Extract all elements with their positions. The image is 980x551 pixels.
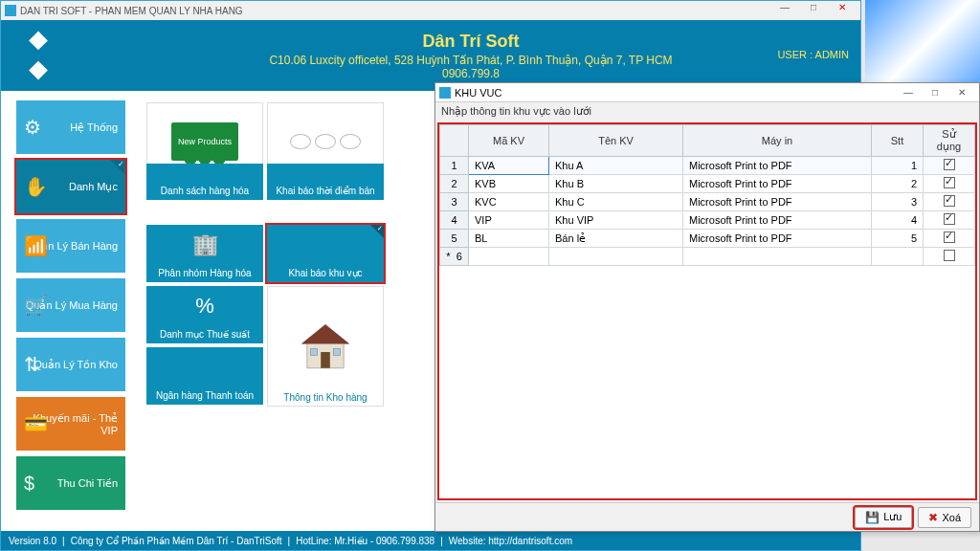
table-row[interactable]: 4VIPKhu VIPMicrosoft Print to PDF4: [440, 211, 975, 230]
cell-may-in[interactable]: Microsoft Print to PDF: [683, 230, 872, 248]
checkbox-icon[interactable]: [944, 159, 955, 170]
svg-marker-1: [301, 324, 349, 343]
col-ma-kv[interactable]: Mã KV: [469, 125, 549, 157]
table-row[interactable]: 5BLBán lẻMicrosoft Print to PDF5: [440, 230, 975, 248]
tile-phan-nhom-hang-hoa[interactable]: 🏢 Phân nhóm Hàng hóa: [146, 225, 263, 282]
col-su-dung[interactable]: Sử dụng: [924, 125, 975, 157]
tile-danh-sach-hang-hoa[interactable]: Danh sách hàng hóa: [146, 164, 263, 200]
cell-stt[interactable]: 2: [872, 175, 924, 193]
checkbox-icon[interactable]: [944, 177, 955, 188]
cell-su-dung[interactable]: [924, 211, 975, 230]
nav-ban-hang[interactable]: 📶 Quản Lý Bán Hàng: [16, 219, 125, 273]
app-title: Dân Trí Soft: [91, 32, 851, 52]
data-grid[interactable]: Mã KV Tên KV Máy in Stt Sử dụng 1KVAKhu …: [437, 122, 977, 500]
minimize-button[interactable]: —: [770, 2, 799, 19]
maximize-button[interactable]: □: [799, 2, 828, 19]
desktop-background: [865, 0, 980, 96]
building-icon: 🏢: [146, 232, 263, 257]
nav-ton-kho[interactable]: ⇅ Quản Lý Tồn Kho: [16, 338, 125, 391]
cell-ma-kv[interactable]: KVC: [469, 193, 549, 211]
modal-titlebar[interactable]: KHU VUC — □ ✕: [435, 83, 979, 102]
delete-button[interactable]: ✖ Xoá: [918, 507, 971, 528]
nav-label: Hệ Thống: [70, 121, 118, 134]
cell-stt[interactable]: [872, 248, 924, 266]
cell-ma-kv[interactable]: KVB: [469, 175, 549, 193]
nav-danh-muc[interactable]: ✋ Danh Mục: [16, 160, 125, 213]
modal-minimize[interactable]: —: [895, 87, 922, 98]
user-label: USER : ADMIN: [777, 49, 849, 60]
checkbox-icon[interactable]: [944, 213, 955, 225]
save-icon: 💾: [865, 511, 880, 524]
svg-rect-2: [321, 352, 330, 368]
footer-website: Website: http://dantrisoft.com: [449, 536, 572, 546]
checkbox-icon[interactable]: [944, 250, 955, 261]
nav-he-thong[interactable]: ⚙ Hệ Thống: [16, 100, 125, 154]
close-button[interactable]: ✕: [828, 2, 857, 19]
cell-su-dung[interactable]: [924, 248, 975, 266]
footer-hotline: HotLine: Mr.Hiếu - 0906.799.838: [296, 536, 434, 546]
main-titlebar[interactable]: DAN TRI SOFT - PHAN MEM QUAN LY NHA HANG…: [1, 1, 860, 20]
grid-blank-area[interactable]: [439, 266, 975, 498]
cell-stt[interactable]: 1: [872, 157, 924, 175]
gears-icon: ⚙: [24, 116, 41, 139]
app-icon: [5, 5, 16, 16]
cell-may-in[interactable]: [683, 248, 872, 266]
cell-ma-kv[interactable]: BL: [469, 230, 549, 248]
cell-su-dung[interactable]: [924, 193, 975, 211]
delete-label: Xoá: [942, 512, 961, 523]
checkbox-icon[interactable]: [944, 231, 955, 243]
table-row[interactable]: 3KVCKhu CMicrosoft Print to PDF3: [440, 193, 975, 211]
tile-label: Phân nhóm Hàng hóa: [158, 268, 251, 278]
tile-label: Khai báo khu vực: [288, 268, 362, 278]
cell-ten-kv[interactable]: Khu C: [549, 193, 683, 211]
cell-ma-kv[interactable]: KVA: [469, 157, 549, 175]
cell-stt[interactable]: 5: [872, 230, 924, 248]
left-nav: ⚙ Hệ Thống ✋ Danh Mục 📶 Quản Lý Bán Hàng…: [1, 91, 137, 531]
cell-su-dung[interactable]: [924, 175, 975, 193]
footer-version: Version 8.0: [9, 536, 56, 546]
col-ten-kv[interactable]: Tên KV: [549, 125, 683, 157]
modal-maximize[interactable]: □: [922, 87, 948, 98]
tile-thong-tin-kho[interactable]: Thông tin Kho hàng: [267, 286, 384, 407]
cell-stt[interactable]: 4: [872, 211, 924, 230]
cell-may-in[interactable]: Microsoft Print to PDF: [683, 175, 872, 193]
cell-ten-kv[interactable]: Bán lẻ: [549, 230, 683, 248]
col-rownum: [440, 125, 469, 157]
tile-khai-bao-khu-vuc[interactable]: Khai báo khu vực: [267, 225, 384, 282]
cell-su-dung[interactable]: [924, 230, 975, 248]
cell-ma-kv[interactable]: [469, 248, 549, 266]
row-number: 1: [440, 157, 469, 175]
save-button[interactable]: 💾 Lưu: [855, 507, 912, 528]
table-row-new[interactable]: * 6: [440, 248, 975, 266]
cell-ten-kv[interactable]: [549, 248, 683, 266]
cell-su-dung[interactable]: [924, 157, 975, 175]
person-cart-icon: 🛒: [24, 294, 48, 317]
tile-label: Khai báo thời điểm bán: [276, 186, 374, 196]
cell-ma-kv[interactable]: VIP: [469, 211, 549, 230]
modal-close[interactable]: ✕: [948, 87, 975, 98]
checkbox-icon[interactable]: [944, 195, 955, 207]
cell-ten-kv[interactable]: Khu B: [549, 175, 683, 193]
table-row[interactable]: 2KVBKhu BMicrosoft Print to PDF2: [440, 175, 975, 193]
cell-may-in[interactable]: Microsoft Print to PDF: [683, 211, 872, 230]
modal-hint: Nhập thông tin khu vực vào lưới: [435, 102, 979, 121]
cell-may-in[interactable]: Microsoft Print to PDF: [683, 157, 872, 175]
cell-stt[interactable]: 3: [872, 193, 924, 211]
nav-thu-chi[interactable]: $ Thu Chi Tiền: [16, 456, 125, 510]
cell-ten-kv[interactable]: Khu A: [549, 157, 683, 175]
tile-danh-muc-thue[interactable]: % Danh mục Thuế suất: [146, 286, 263, 343]
nav-mua-hang[interactable]: 🛒 Quản Lý Mua Hàng: [16, 278, 125, 332]
table-row[interactable]: 1KVAKhu AMicrosoft Print to PDF1: [440, 157, 975, 175]
col-stt[interactable]: Stt: [872, 125, 924, 157]
col-may-in[interactable]: Máy in: [683, 125, 872, 157]
nav-khuyen-mai[interactable]: 💳 Khuyến mãi - Thẻ VIP: [16, 397, 125, 451]
tile-ngan-hang[interactable]: Ngân hàng Thanh toán: [146, 347, 263, 405]
percent-icon: %: [146, 294, 263, 319]
tile-khai-bao-thoi-diem[interactable]: Khai báo thời điểm bán: [267, 164, 384, 200]
tile-label: Danh sách hàng hóa: [161, 186, 249, 196]
nav-label: Thu Chi Tiền: [57, 477, 118, 490]
header-text: Dân Trí Soft C10.06 Luxcity officetel, 5…: [91, 32, 851, 80]
cell-may-in[interactable]: Microsoft Print to PDF: [683, 193, 872, 211]
cell-ten-kv[interactable]: Khu VIP: [549, 211, 683, 230]
money-icon: $: [24, 473, 34, 495]
